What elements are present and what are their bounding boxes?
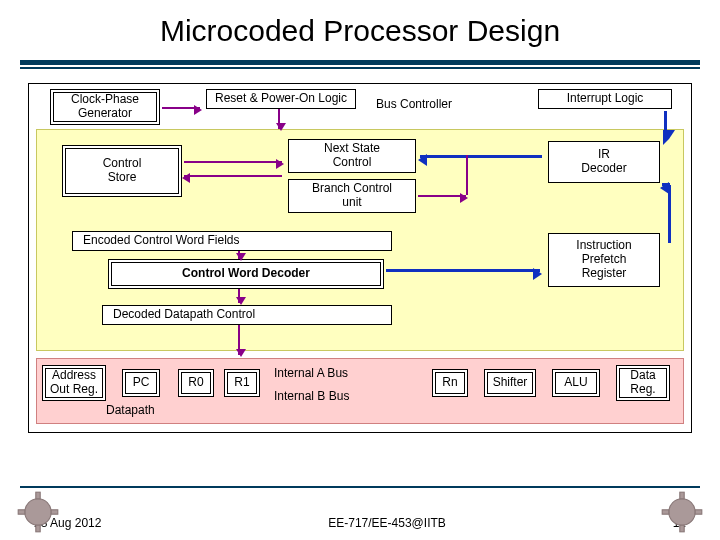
control-store-block: Control Store — [62, 145, 182, 197]
bottom-rule — [20, 486, 700, 488]
data-reg-block: Data Reg. — [616, 365, 670, 401]
control-word-decoder-block: Control Word Decoder — [108, 259, 384, 289]
svg-point-5 — [669, 499, 695, 525]
r0-block: R0 — [178, 369, 214, 397]
diagram-area: Clock-Phase Generator Reset & Power-On L… — [28, 83, 692, 441]
shifter-block: Shifter — [484, 369, 536, 397]
arrow-branch-vert — [466, 155, 468, 195]
svg-point-0 — [25, 499, 51, 525]
next-state-control-block: Next State Control — [288, 139, 416, 173]
internal-b-bus-label: Internal B Bus — [274, 389, 349, 403]
arrow-decoded-to-datapath — [238, 325, 240, 355]
instruction-prefetch-register-block: Instruction Prefetch Register — [548, 233, 660, 287]
reset-power-on-logic-block: Reset & Power-On Logic — [206, 89, 356, 109]
svg-rect-2 — [36, 525, 40, 532]
pc-block: PC — [122, 369, 160, 397]
svg-rect-1 — [36, 492, 40, 499]
bus-controller-label: Bus Controller — [376, 97, 452, 111]
emblem-left-icon — [16, 490, 60, 534]
title-rule-thin — [20, 67, 700, 69]
svg-rect-4 — [51, 510, 58, 514]
internal-a-bus-label: Internal A Bus — [274, 366, 348, 380]
slide-title: Microcoded Processor Design — [0, 0, 720, 54]
footer-center: EE-717/EE-453@IITB — [328, 516, 446, 530]
branch-control-unit-block: Branch Control unit — [288, 179, 416, 213]
arrow-reset-down — [278, 109, 280, 129]
emblem-right-icon — [660, 490, 704, 534]
alu-block: ALU — [552, 369, 600, 397]
decoded-datapath-control-block: Decoded Datapath Control — [102, 305, 392, 325]
arrow-prefetch-irdecoder-v — [668, 185, 671, 243]
r1-block: R1 — [224, 369, 260, 397]
svg-rect-8 — [662, 510, 669, 514]
svg-rect-9 — [695, 510, 702, 514]
footer: 28 Aug 2012 EE-717/EE-453@IITB 12 — [0, 516, 720, 530]
arrow-nextstate-controlstore — [184, 175, 282, 177]
arrow-interrupt-down — [664, 111, 667, 137]
svg-rect-3 — [18, 510, 25, 514]
arrow-branch-right — [418, 195, 466, 197]
svg-rect-7 — [680, 525, 684, 532]
encoded-control-word-fields-block: Encoded Control Word Fields — [72, 231, 392, 251]
interrupt-logic-block: Interrupt Logic — [538, 89, 672, 109]
arrow-clock-out — [162, 107, 200, 109]
arrow-encoded-down — [238, 251, 240, 259]
arrow-irdecoder-nextstate — [420, 155, 542, 158]
address-out-reg-block: Address Out Reg. — [42, 365, 106, 401]
rn-block: Rn — [432, 369, 468, 397]
datapath-label: Datapath — [106, 403, 155, 417]
arrow-controlstore-nextstate — [184, 161, 282, 163]
arrow-irdecoder-side — [662, 183, 670, 186]
arrow-decoder-down — [238, 289, 240, 303]
svg-rect-6 — [680, 492, 684, 499]
ir-decoder-block: IR Decoder — [548, 141, 660, 183]
clock-phase-generator-block: Clock-Phase Generator — [50, 89, 160, 125]
title-rule-thick — [20, 60, 700, 65]
arrow-controlword-prefetch — [386, 269, 540, 272]
